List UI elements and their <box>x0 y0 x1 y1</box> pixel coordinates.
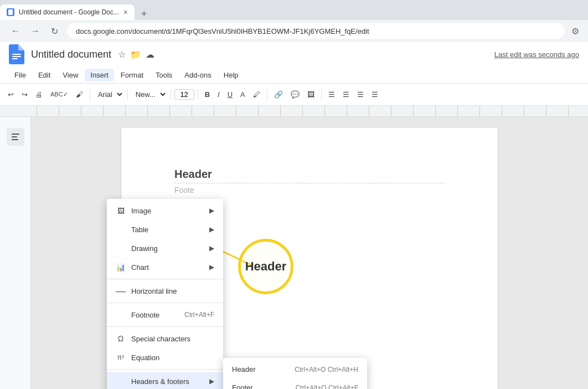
toolbar-separator-5 <box>267 89 267 100</box>
menu-divider-2 <box>107 303 223 303</box>
justify-button[interactable]: ☰ <box>368 88 381 101</box>
menu-view[interactable]: View <box>57 69 84 81</box>
comment-button[interactable]: 💬 <box>287 88 303 101</box>
menu-format[interactable]: Format <box>115 69 149 81</box>
link-button[interactable]: 🔗 <box>271 88 286 101</box>
docs-logo-icon <box>9 44 24 64</box>
last-edit-label[interactable]: Last edit was seconds ago <box>494 50 579 59</box>
footer-submenu-label: Footer <box>232 383 296 389</box>
drawing-arrow-icon: ▶ <box>209 244 214 252</box>
doc-footer-text: Foote <box>174 183 445 194</box>
menu-item-hline[interactable]: — Horizontal line <box>107 281 223 300</box>
headers-footers-arrow-icon: ▶ <box>209 377 214 385</box>
svg-rect-4 <box>12 134 19 135</box>
extensions-icon[interactable]: ⚙ <box>571 26 579 37</box>
image-button[interactable]: 🖼 <box>304 88 318 101</box>
menu-insert[interactable]: Insert <box>85 69 114 81</box>
doc-area: Header Foote Header 🖼 Image ▶ Table ▶ Dr… <box>0 117 588 389</box>
toolbar-separator-1 <box>90 89 90 100</box>
svg-rect-0 <box>8 9 13 15</box>
footnote-label: Footnote <box>131 311 179 319</box>
image-menu-icon: 🖼 <box>116 206 126 216</box>
menu-addons[interactable]: Add-ons <box>179 69 216 81</box>
chart-arrow-icon: ▶ <box>209 263 214 271</box>
svg-rect-3 <box>12 58 18 59</box>
header-submenu-label: Header <box>232 365 295 373</box>
sidebar-outline-icon[interactable] <box>7 128 24 146</box>
equation-icon: π² <box>116 352 126 362</box>
submenu-item-header[interactable]: Header Ctrl+Alt+O Ctrl+Alt+H <box>223 360 367 378</box>
menu-divider-4 <box>107 369 223 370</box>
new-tab-button[interactable]: + <box>137 8 152 20</box>
spell-check-button[interactable]: ABC✓ <box>47 89 71 100</box>
tab-title: Untitled document - Google Doc... <box>19 8 119 16</box>
underline-button[interactable]: U <box>224 88 236 101</box>
menu-divider-3 <box>107 326 223 327</box>
menu-edit[interactable]: Edit <box>33 69 56 81</box>
back-button[interactable]: ← <box>9 24 22 38</box>
text-color-button[interactable]: A <box>237 88 249 101</box>
menu-item-image[interactable]: 🖼 Image ▶ <box>107 201 223 220</box>
headers-footers-label: Headers & footers <box>131 377 204 386</box>
font-style-select[interactable]: New... <box>131 89 167 100</box>
image-label: Image <box>131 207 204 215</box>
undo-button[interactable]: ↩ <box>4 88 17 101</box>
cloud-icon[interactable]: ☁ <box>146 49 154 60</box>
menu-divider-1 <box>107 279 223 279</box>
svg-rect-2 <box>12 56 21 57</box>
table-label: Table <box>131 226 204 234</box>
submenu-item-footer[interactable]: Footer Ctrl+Alt+O Ctrl+Alt+F <box>223 378 367 389</box>
hline-menu-icon: — <box>116 286 126 296</box>
menu-item-special-chars[interactable]: Ω Special characters <box>107 329 223 348</box>
align-center-button[interactable]: ☰ <box>339 88 353 101</box>
footer-submenu-shortcut: Ctrl+Alt+O Ctrl+Alt+F <box>296 384 358 390</box>
align-right-button[interactable]: ☰ <box>354 88 367 101</box>
toolbar-separator-2 <box>127 89 128 100</box>
forward-button[interactable]: → <box>29 24 42 38</box>
headers-footers-submenu: Header Ctrl+Alt+O Ctrl+Alt+H Footer Ctrl… <box>223 358 367 389</box>
folder-icon[interactable]: 📁 <box>130 49 141 60</box>
chart-menu-icon: 📊 <box>116 262 126 272</box>
tab-favicon <box>7 8 14 16</box>
active-tab[interactable]: Untitled document - Google Doc... × <box>0 4 135 20</box>
ruler-bar <box>37 106 588 117</box>
drawing-label: Drawing <box>131 244 204 253</box>
menu-item-equation[interactable]: π² Equation <box>107 348 223 367</box>
toolbar-separator-3 <box>171 89 171 100</box>
menu-item-headers-footers[interactable]: Headers & footers ▶ <box>107 372 223 389</box>
menu-item-chart[interactable]: 📊 Chart ▶ <box>107 258 223 277</box>
doc-header-text: Header <box>174 168 445 181</box>
insert-menu: 🖼 Image ▶ Table ▶ Drawing ▶ 📊 Chart ▶ — … <box>107 199 223 389</box>
url-input[interactable] <box>67 23 565 39</box>
docs-title-bar: Untitled document ☆ 📁 ☁ Last edit was se… <box>0 42 588 66</box>
align-left-button[interactable]: ☰ <box>325 88 338 101</box>
menu-help[interactable]: Help <box>218 69 244 81</box>
font-size-input[interactable] <box>174 89 194 100</box>
docs-title[interactable]: Untitled document <box>31 49 111 60</box>
format-paint-button[interactable]: 🖌 <box>73 88 86 101</box>
special-chars-icon: Ω <box>116 334 126 344</box>
hline-label: Horizontal line <box>131 287 214 295</box>
redo-button[interactable]: ↪ <box>18 88 31 101</box>
menu-item-drawing[interactable]: Drawing ▶ <box>107 239 223 258</box>
font-select[interactable]: Arial <box>94 89 124 100</box>
menu-item-footnote[interactable]: Footnote Ctrl+Alt+F <box>107 305 223 324</box>
svg-rect-6 <box>12 139 18 140</box>
menu-item-table[interactable]: Table ▶ <box>107 220 223 239</box>
tab-bar: Untitled document - Google Doc... × + <box>0 0 588 20</box>
header-submenu-shortcut: Ctrl+Alt+O Ctrl+Alt+H <box>295 366 358 373</box>
tab-close-icon[interactable]: × <box>123 8 128 17</box>
print-button[interactable]: 🖨 <box>32 88 46 101</box>
profile-area: ⚙ <box>571 26 579 37</box>
reload-button[interactable]: ↻ <box>49 24 60 39</box>
italic-button[interactable]: I <box>214 88 223 101</box>
spotlight-label: Header <box>245 259 287 274</box>
table-arrow-icon: ▶ <box>209 226 214 233</box>
highlight-button[interactable]: 🖊 <box>250 88 264 101</box>
bold-button[interactable]: B <box>202 88 213 101</box>
star-icon[interactable]: ☆ <box>118 49 126 60</box>
footnote-shortcut: Ctrl+Alt+F <box>184 311 214 319</box>
menu-file[interactable]: File <box>9 69 32 81</box>
headers-footers-icon <box>116 376 126 386</box>
menu-tools[interactable]: Tools <box>150 69 178 81</box>
